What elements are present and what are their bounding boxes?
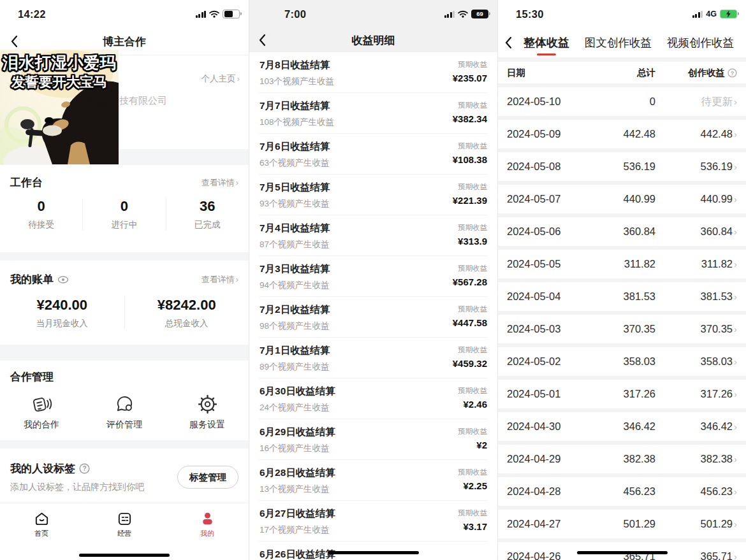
bill-label: 当月现金收入 <box>0 318 124 329</box>
revenue-item-right: 预期收益 ¥235.07 <box>453 59 487 92</box>
workbench-stat[interactable]: 36 已完成 <box>166 198 249 231</box>
table-row[interactable]: 2024-05-06 360.84 360.84 <box>498 217 746 246</box>
tab-overall-revenue[interactable]: 整体收益 <box>523 35 569 50</box>
row-creation-value: 442.48 <box>701 128 733 140</box>
revenue-item-right: 预期收益 ¥459.32 <box>453 344 487 378</box>
settlement-title: 7月1日收益结算 <box>260 344 330 357</box>
row-creation: 358.03 <box>655 355 737 368</box>
service-settings-item[interactable]: 服务设置 <box>166 394 249 431</box>
table-row[interactable]: 2024-05-02 358.03 358.03 <box>498 347 746 376</box>
chevron-right-icon <box>734 323 737 335</box>
row-creation: 536.19 <box>655 161 737 173</box>
eye-icon[interactable] <box>57 276 69 284</box>
settlement-subtitle: 108个视频产生收益 <box>260 117 334 128</box>
personal-homepage-link[interactable]: 个人主页 <box>201 73 240 85</box>
settlement-title: 7月5日收益结算 <box>260 181 330 194</box>
table-row[interactable]: 2024-05-10 0 待更新 <box>498 87 746 116</box>
settlement-title: 6月29日收益结算 <box>260 426 335 439</box>
profile-meme-image[interactable]: 泪水打湿小爱玛 发誓要开大宝马 <box>0 50 119 164</box>
tab-home[interactable]: 首页 <box>0 503 83 560</box>
tab-business[interactable]: 经营 <box>83 503 166 560</box>
workbench-stat[interactable]: 0 进行中 <box>83 198 166 231</box>
table-row[interactable]: 2024-04-29 382.38 382.38 <box>498 445 746 473</box>
expected-revenue-label: 预期收益 <box>458 508 487 518</box>
bill-detail-link[interactable]: 查看详情 <box>201 274 238 285</box>
chevron-right-icon <box>734 518 737 530</box>
tab-profile[interactable]: 我的 <box>166 503 249 560</box>
help-icon[interactable]: ? <box>79 463 90 474</box>
table-row[interactable]: 2024-04-27 501.29 501.29 <box>498 510 746 538</box>
battery-percent: 69 <box>472 10 488 18</box>
row-total: 456.23 <box>597 485 655 498</box>
expected-revenue-label: 预期收益 <box>453 101 487 110</box>
company-name: 技有限公司 <box>119 95 167 107</box>
revenue-list-item[interactable]: 7月1日收益结算 89个视频产生收益 预期收益 ¥459.32 <box>260 338 487 378</box>
revenue-list-item[interactable]: 7月6日收益结算 63个视频产生收益 预期收益 ¥108.38 <box>260 134 487 175</box>
help-icon[interactable]: ? <box>728 68 737 78</box>
back-icon[interactable] <box>504 36 512 52</box>
row-creation-value: 501.29 <box>701 518 733 530</box>
network-type-label: 4G <box>706 10 717 18</box>
revenue-list-item[interactable]: 7月2日收益结算 98个视频产生收益 预期收益 ¥447.58 <box>260 297 487 338</box>
revenue-list-item[interactable]: 7月3日收益结算 94个视频产生收益 预期收益 ¥567.28 <box>260 256 487 297</box>
row-total: 358.03 <box>597 355 655 368</box>
table-row[interactable]: 2024-05-07 440.99 440.99 <box>498 185 746 213</box>
panel-blogger-cooperation: 14:22 博主合作 个人主页 技有限公司 工作台 查看详情 <box>0 0 249 560</box>
table-row[interactable]: 2024-05-04 381.53 381.53 <box>498 282 746 311</box>
table-row[interactable]: 2024-05-03 370.35 370.35 <box>498 315 746 343</box>
table-row[interactable]: 2024-04-28 456.23 456.23 <box>498 477 746 506</box>
bottom-tab-bar: 首页 经营 我的 <box>0 503 249 560</box>
revenue-item-right: 预期收益 ¥2.25 <box>458 466 487 500</box>
bill-title: 我的账单 <box>10 272 69 287</box>
panel-revenue-details: 7:00 69 收益明细 7月8日收益结算 103个视频产生收益 预期收益 <box>249 0 497 560</box>
row-creation: 360.84 <box>655 226 737 238</box>
table-row[interactable]: 2024-05-09 442.48 442.48 <box>498 120 746 148</box>
row-creation-value: 365.71 <box>701 550 733 560</box>
revenue-list-item[interactable]: 6月30日收益结算 24个视频产生收益 预期收益 ¥2.46 <box>260 378 487 419</box>
tab-label: 首页 <box>34 529 48 538</box>
workbench-card: 工作台 查看详情 0 待接受 0 进行中 36 <box>0 165 249 252</box>
settlement-title: 7月4日收益结算 <box>260 222 330 235</box>
section-gap <box>0 440 249 449</box>
revenue-list-item[interactable]: 7月7日收益结算 108个视频产生收益 预期收益 ¥382.34 <box>260 93 487 134</box>
workbench-stat[interactable]: 0 待接受 <box>0 198 83 231</box>
tag-manage-button[interactable]: 标签管理 <box>177 466 238 489</box>
row-total: 360.84 <box>597 226 655 238</box>
row-date: 2024-05-04 <box>507 291 597 303</box>
table-row[interactable]: 2024-05-08 536.19 536.19 <box>498 152 746 181</box>
meme-caption-line2: 发誓要开大宝马 <box>0 73 119 91</box>
workbench-detail-link[interactable]: 查看详情 <box>201 177 238 189</box>
chevron-right-icon <box>734 453 737 465</box>
row-creation: 370.35 <box>655 323 737 335</box>
cellular-signal-icon <box>196 11 207 18</box>
revenue-item-left: 7月3日收益结算 94个视频产生收益 <box>260 262 330 296</box>
revenue-list-item[interactable]: 7月8日收益结算 103个视频产生收益 预期收益 ¥235.07 <box>260 52 487 93</box>
tab-video-revenue[interactable]: 视频创作收益 <box>667 35 734 50</box>
row-creation-value: 358.03 <box>701 355 733 368</box>
wifi-icon <box>458 10 468 18</box>
review-management-item[interactable]: 评价管理 <box>83 394 166 431</box>
revenue-list-item[interactable]: 6月29日收益结算 16个视频产生收益 预期收益 ¥2 <box>260 419 487 460</box>
chevron-right-icon <box>734 96 737 108</box>
settlement-title: 6月28日收益结算 <box>260 466 335 480</box>
row-total: 382.38 <box>597 453 655 465</box>
table-row[interactable]: 2024-05-05 311.82 311.82 <box>498 250 746 278</box>
table-row[interactable]: 2024-05-01 317.26 317.26 <box>498 380 746 408</box>
revenue-list-item[interactable]: 6月27日收益结算 17个视频产生收益 预期收益 ¥3.17 <box>260 501 487 542</box>
revenue-item-right: 预期收益 ¥382.34 <box>453 99 487 133</box>
coop-item-label: 我的合作 <box>24 419 59 431</box>
expected-revenue-amount: ¥2 <box>458 440 487 450</box>
expected-revenue-label: 预期收益 <box>453 345 487 355</box>
chevron-right-icon <box>235 275 238 284</box>
revenue-list-item[interactable]: 6月28日收益结算 13个视频产生收益 预期收益 ¥2.25 <box>260 460 487 501</box>
revenue-item-right: 预期收益 ¥447.58 <box>453 303 487 337</box>
row-creation: 501.29 <box>655 518 737 530</box>
revenue-item-left: 7月5日收益结算 93个视频产生收益 <box>260 181 330 215</box>
expected-revenue-amount: ¥221.39 <box>453 195 487 206</box>
revenue-list-item[interactable]: 7月5日收益结算 93个视频产生收益 预期收益 ¥221.39 <box>260 175 487 215</box>
expected-revenue-label: 预期收益 <box>458 386 487 396</box>
table-row[interactable]: 2024-04-30 346.42 346.42 <box>498 412 746 441</box>
tab-image-text-revenue[interactable]: 图文创作收益 <box>585 35 652 50</box>
my-cooperation-item[interactable]: 我的合作 <box>0 394 83 431</box>
revenue-list-item[interactable]: 7月4日收益结算 87个视频产生收益 预期收益 ¥313.9 <box>260 215 487 256</box>
